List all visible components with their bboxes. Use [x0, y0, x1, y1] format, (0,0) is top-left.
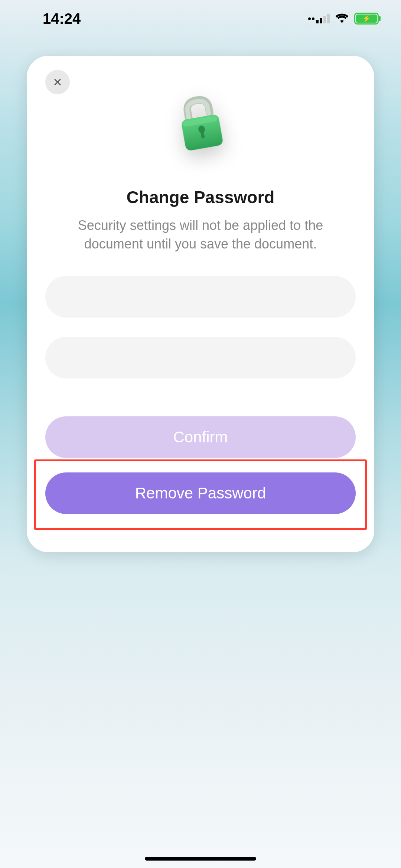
- battery-icon: ⚡: [354, 13, 379, 25]
- highlight-annotation: Remove Password: [34, 459, 367, 530]
- remove-password-button[interactable]: Remove Password: [45, 472, 356, 514]
- home-indicator[interactable]: [145, 857, 256, 861]
- password-input[interactable]: [45, 276, 356, 318]
- status-bar: 14:24 ⚡: [0, 0, 401, 37]
- signal-icon: [308, 14, 330, 23]
- status-time: 14:24: [43, 10, 81, 27]
- status-icons: ⚡: [308, 12, 379, 25]
- confirm-button[interactable]: Confirm: [45, 416, 356, 458]
- lock-icon-container: [45, 94, 356, 154]
- lock-icon: [169, 90, 232, 158]
- modal-subtitle: Security settings will not be applied to…: [45, 216, 356, 254]
- confirm-password-input[interactable]: [45, 337, 356, 378]
- change-password-modal: Change Password Security settings will n…: [27, 56, 374, 552]
- close-icon: [52, 77, 63, 87]
- close-button[interactable]: [45, 70, 70, 94]
- modal-title: Change Password: [45, 187, 356, 207]
- wifi-icon: [335, 12, 349, 25]
